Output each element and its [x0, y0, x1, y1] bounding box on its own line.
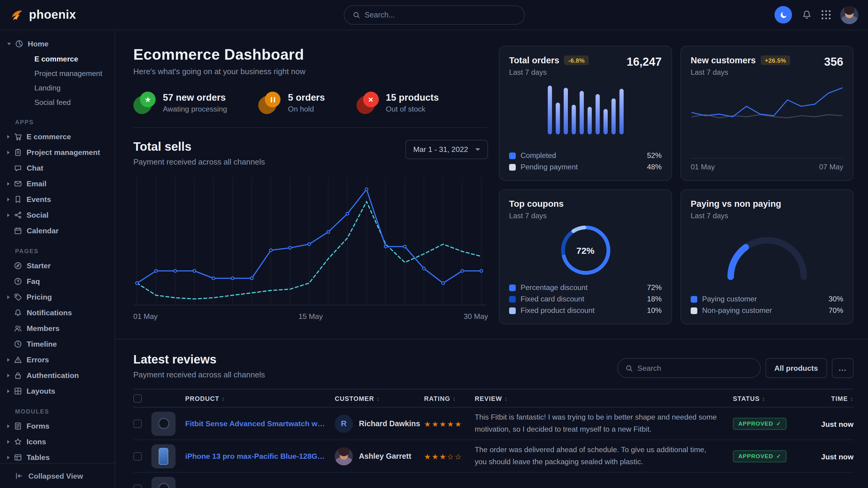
legend-swatch	[509, 284, 516, 291]
sidebar-item-timeline[interactable]: Timeline	[0, 336, 115, 352]
sidebar-item-label: Pricing	[27, 293, 52, 301]
card-period: Last 7 days	[509, 212, 564, 220]
sidebar-collapse-toggle[interactable]: Collapsed View	[0, 463, 115, 488]
all-products-filter-button[interactable]: All products	[765, 358, 827, 378]
sidebar-nav: HomeE commerceProject managementLandingS…	[0, 36, 115, 463]
select-all-checkbox[interactable]	[133, 394, 142, 402]
card-title: Total orders	[509, 56, 559, 65]
total-sells-title: Total sells	[133, 140, 265, 154]
sidebar-item-e-commerce[interactable]: E commerce	[0, 129, 115, 145]
card-paying-vs-nonpaying: Paying vs non paying Last 7 days Paying …	[680, 189, 854, 324]
sidebar-item-project-management[interactable]: Project management	[0, 145, 115, 160]
row-checkbox[interactable]	[133, 452, 142, 460]
sidebar-section-label: PAGES	[15, 248, 115, 254]
caret-spacer	[7, 168, 10, 168]
sidebar-item-errors[interactable]: Errors	[0, 352, 115, 368]
sort-icon: ↕	[504, 395, 508, 402]
card-header: Top coupons Last 7 days	[509, 199, 662, 220]
legend-item: Fixed card discount18%	[509, 295, 662, 303]
column-header-customer[interactable]: CUSTOMER↕	[335, 389, 424, 407]
trend-badge: +26.5%	[761, 56, 790, 65]
row-checkbox[interactable]	[133, 484, 142, 488]
stat-57-new-orders: ★57 new ordersAwating processing	[133, 92, 227, 114]
legend-label: Paying customer	[702, 295, 757, 303]
navbar-search[interactable]	[343, 5, 525, 24]
legend-value: 52%	[647, 151, 662, 160]
product-link[interactable]: iPhone 13 pro max-Pacific Blue-128GB sto…	[185, 452, 335, 460]
product-link[interactable]: Fitbit Sense Advanced Smartwatch with To…	[185, 419, 335, 428]
legend-value: 72%	[647, 283, 662, 292]
total-sells-subtitle: Payment received across all channels	[133, 157, 265, 166]
column-header-rating[interactable]: RATING↕	[424, 389, 475, 407]
sidebar-item-calendar[interactable]: Calendar	[0, 223, 115, 239]
sidebar-item-label: E commerce	[27, 133, 71, 141]
sidebar-item-icons[interactable]: Icons	[0, 434, 115, 450]
sidebar-item-label: Starter	[27, 262, 51, 270]
star-icon	[14, 438, 22, 446]
divider	[133, 127, 488, 128]
sidebar-item-home[interactable]: Home	[0, 36, 115, 52]
apps-menu-button[interactable]	[822, 10, 831, 19]
clock-icon	[14, 340, 22, 349]
sort-icon: ↕	[850, 395, 854, 402]
check-icon: ✓	[776, 421, 781, 427]
sidebar-item-authentication[interactable]: Authentication	[0, 368, 115, 383]
calendar-icon	[14, 227, 22, 235]
sidebar-item-chat[interactable]: Chat	[0, 160, 115, 176]
collapse-icon	[15, 472, 23, 480]
page-title: Ecommerce Dashboard	[133, 46, 488, 63]
grid-icon	[822, 10, 831, 19]
user-avatar[interactable]	[840, 6, 858, 24]
notifications-button[interactable]	[802, 10, 812, 20]
sidebar-subitem-e-commerce[interactable]: E commerce	[0, 52, 115, 66]
sidebar-item-layouts[interactable]: Layouts	[0, 383, 115, 399]
theme-toggle-button[interactable]	[775, 6, 792, 24]
table-icon	[14, 453, 22, 462]
legend-label: Completed	[521, 151, 556, 160]
sidebar-item-email[interactable]: Email	[0, 176, 115, 192]
legend-value: 30%	[829, 295, 843, 303]
share-icon	[14, 211, 22, 220]
more-options-button[interactable]: ...	[832, 358, 854, 378]
reviews-search-input[interactable]	[637, 364, 752, 372]
date-range-select[interactable]: Mar 1 - 31, 2022	[405, 140, 488, 159]
sidebar-subitem-social-feed[interactable]: Social feed	[0, 95, 115, 110]
sidebar-item-starter[interactable]: Starter	[0, 258, 115, 274]
check-icon: ✓	[776, 453, 781, 459]
search-input[interactable]	[365, 10, 516, 19]
sidebar-item-social[interactable]: Social	[0, 207, 115, 223]
column-header-status[interactable]: STATUS↕	[733, 389, 803, 407]
column-header-review[interactable]: REVIEW↕	[475, 389, 733, 407]
chevron-right-icon	[7, 214, 10, 217]
sidebar-item-faq[interactable]: Faq	[0, 274, 115, 289]
sidebar-item-label: Social	[27, 211, 49, 220]
sidebar-item-forms[interactable]: Forms	[0, 418, 115, 434]
sidebar-item-members[interactable]: Members	[0, 321, 115, 336]
brand[interactable]: phoenix	[10, 7, 115, 22]
reviews-table-head-row: PRODUCT↕CUSTOMER↕RATING↕REVIEW↕STATUS↕TI…	[133, 389, 854, 407]
product-thumbnail	[151, 477, 176, 488]
sidebar-item-tables[interactable]: Tables	[0, 450, 115, 463]
new-customers-chart	[691, 79, 843, 140]
table-row: iPhone 13 pro max-Pacific Blue-128GB sto…	[133, 440, 854, 472]
stat-cross-icon: ×	[356, 92, 378, 114]
card-value: 356	[824, 56, 843, 69]
sort-icon: ↕	[376, 395, 380, 402]
table-row	[133, 472, 854, 488]
row-checkbox[interactable]	[133, 419, 142, 428]
column-header-product[interactable]: PRODUCT↕	[185, 389, 335, 407]
column-header-time[interactable]: TIME↕	[803, 389, 854, 407]
stat-15-products: ×15 productsOut of stock	[356, 92, 439, 114]
legend-label: Percentage discount	[521, 283, 588, 292]
sidebar-subitem-project-management[interactable]: Project management	[0, 66, 115, 81]
sidebar-item-notifications[interactable]: Notifications	[0, 305, 115, 321]
navbar: phoenix	[0, 0, 868, 30]
sidebar-item-pricing[interactable]: Pricing	[0, 289, 115, 305]
customer-avatar	[335, 447, 353, 465]
reviews-search[interactable]	[617, 358, 760, 378]
reviews-header: Latest reviews Payment received across a…	[133, 353, 854, 379]
collapse-label: Collapsed View	[28, 472, 83, 480]
sidebar-item-events[interactable]: Events	[0, 192, 115, 207]
compass-icon	[14, 262, 22, 270]
sidebar-subitem-landing[interactable]: Landing	[0, 81, 115, 95]
